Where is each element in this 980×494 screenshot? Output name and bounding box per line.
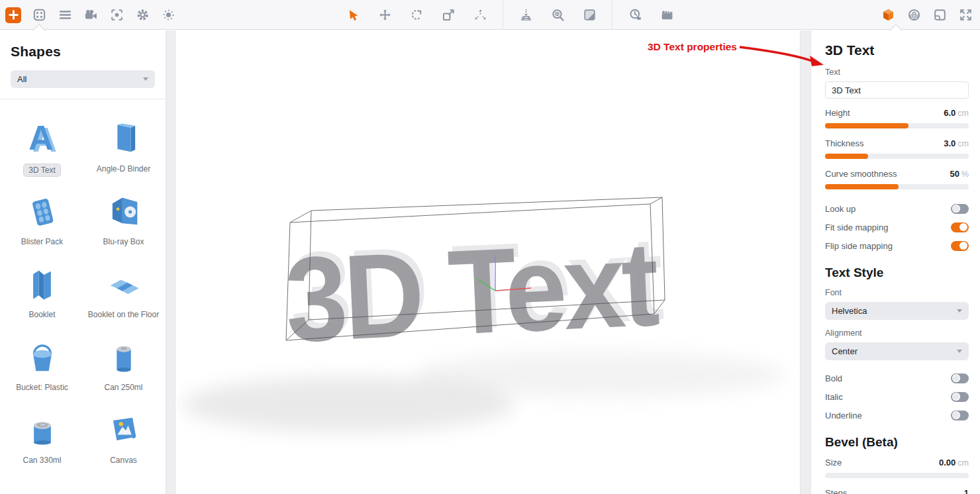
bold-row: Bold [825, 369, 969, 387]
bevel-size-value: 0.00cm [939, 458, 969, 468]
add-shape-button[interactable] [5, 7, 21, 23]
shape-grid: AA3D TextAngle-D BinderBlister PackBlu-r… [0, 99, 166, 494]
bevel-steps-row: Steps 1 [825, 488, 969, 494]
look-up-toggle[interactable] [951, 204, 969, 214]
scale-tool-button[interactable] [440, 7, 456, 23]
shape-can-short [21, 409, 64, 452]
zoom-to-object-button[interactable] [550, 7, 565, 23]
shape-item-blister-pack[interactable]: Blister Pack [3, 179, 81, 252]
camera-icon [84, 8, 98, 22]
slider-label: Height [825, 108, 850, 118]
animation-button[interactable] [659, 7, 675, 23]
shape-item-partial[interactable] [84, 470, 163, 494]
shape-binder [103, 118, 145, 160]
shape-category-dropdown[interactable]: All [11, 70, 155, 88]
italic-toggle[interactable] [951, 392, 969, 402]
cameras-button[interactable] [83, 7, 99, 23]
shape-item-blu-ray-box[interactable]: Blu-ray Box [84, 179, 163, 252]
toolbar-divider [503, 0, 503, 30]
shape-item-partial[interactable] [3, 470, 81, 494]
fit-side-mapping-toggle[interactable] [951, 222, 969, 232]
mapping-toggles-section: Look upFit side mappingFlip side mapping [825, 199, 969, 255]
shape-item-3d-text[interactable]: AA3D Text [3, 106, 81, 179]
left-panel-scrollbar[interactable] [166, 30, 175, 494]
look-up-row: Look up [825, 199, 969, 218]
settings-button[interactable] [134, 7, 150, 23]
clock-icon [628, 8, 642, 22]
drop-to-floor-button[interactable] [518, 7, 534, 23]
light-icon [162, 8, 175, 22]
app-window: Shapes All AA3D TextAngle-D BinderBliste… [0, 0, 980, 494]
board-icon [32, 8, 46, 22]
bevel-size-slider[interactable] [825, 473, 969, 478]
toolbar-left-group [5, 0, 176, 30]
slider-value: 6.0cm [944, 108, 969, 118]
scene-tree-button[interactable] [57, 7, 73, 23]
shape-label: Blister Pack [21, 237, 63, 246]
slider-value: 3.0cm [944, 138, 969, 148]
select-tool-button[interactable] [345, 7, 361, 23]
alignment-dropdown[interactable]: Center [825, 342, 969, 360]
3d-text-body: 3D Text [283, 217, 662, 368]
panel-layout-button[interactable] [932, 7, 948, 23]
3d-text-object[interactable]: 3D Text 3D Text [282, 211, 665, 368]
shape-booklet-floor [103, 264, 145, 306]
snapshots-button[interactable] [627, 7, 643, 23]
style-toggles-section: BoldItalicUnderline [825, 369, 969, 424]
sphere-icon [907, 8, 921, 22]
rotate-tool-button[interactable] [409, 7, 424, 23]
shape-label: Can 330ml [23, 456, 61, 465]
shape-label: Booklet [28, 310, 55, 319]
move-tool-button[interactable] [377, 7, 393, 23]
shape-label: 3D Text [24, 164, 60, 176]
toggle-label: Italic [825, 392, 843, 402]
shape-library-button[interactable] [31, 7, 47, 23]
shape-item-can-330ml[interactable]: Can 330ml [3, 397, 81, 470]
flip-side-mapping-toggle[interactable] [951, 241, 969, 251]
sliders-section: Height6.0cmThickness3.0cmCurve smoothnes… [825, 108, 969, 189]
thickness-slider[interactable] [825, 154, 969, 159]
shape-item-bucket-plastic[interactable]: Bucket: Plastic [3, 324, 81, 397]
materials-gradient-button[interactable] [581, 7, 597, 23]
rotate-icon [410, 8, 424, 22]
cursor-icon [346, 8, 360, 22]
shape-item-booklet[interactable]: Booklet [3, 252, 81, 324]
focus-object-button[interactable] [109, 7, 124, 23]
stretch-tool-button[interactable] [472, 7, 488, 23]
toggle-label: Fit side mapping [825, 222, 888, 232]
text-field-label: Text [825, 68, 969, 77]
toggle-label: Flip side mapping [825, 241, 893, 251]
lighting-button[interactable] [160, 7, 176, 23]
properties-title: 3D Text [825, 42, 969, 58]
bold-toggle[interactable] [951, 373, 969, 383]
shape-item-can-250ml[interactable]: Can 250ml [84, 324, 163, 397]
focus-icon [110, 8, 124, 22]
shape-booklet [21, 264, 64, 306]
move-icon [378, 8, 392, 22]
fullscreen-button[interactable] [957, 7, 973, 23]
italic-row: Italic [825, 387, 969, 406]
text-input[interactable] [825, 81, 969, 99]
shape-item-booklet-on-the-floor[interactable]: Booklet on the Floor [84, 252, 163, 324]
bevel-size-label: Size [825, 458, 842, 468]
materials-button[interactable] [906, 7, 922, 23]
shape-item-canvas[interactable]: Canvas [84, 397, 163, 470]
render-button[interactable] [880, 7, 896, 23]
height-slider[interactable] [825, 123, 969, 128]
font-dropdown[interactable]: Helvetica [825, 302, 969, 320]
shape-item-angle-d-binder[interactable]: Angle-D Binder [84, 106, 163, 179]
floor-shadow-right [415, 352, 785, 397]
shape-blister [21, 191, 64, 233]
shape-label: Can 250ml [104, 383, 142, 392]
viewport-canvas[interactable]: 3D Text 3D Text [176, 30, 800, 494]
right-panel-scrollbar[interactable] [800, 30, 810, 494]
shapes-panel-title: Shapes [11, 44, 155, 60]
underline-toggle[interactable] [951, 411, 969, 420]
skew-icon [473, 8, 487, 22]
shape-3d-text: AA [21, 118, 64, 160]
curve-smoothness-slider[interactable] [825, 184, 969, 189]
shape-canvas [103, 409, 145, 452]
chevron-down-icon [143, 77, 148, 81]
thickness-row: Thickness3.0cm [825, 138, 969, 159]
fit-side-mapping-row: Fit side mapping [825, 218, 969, 236]
